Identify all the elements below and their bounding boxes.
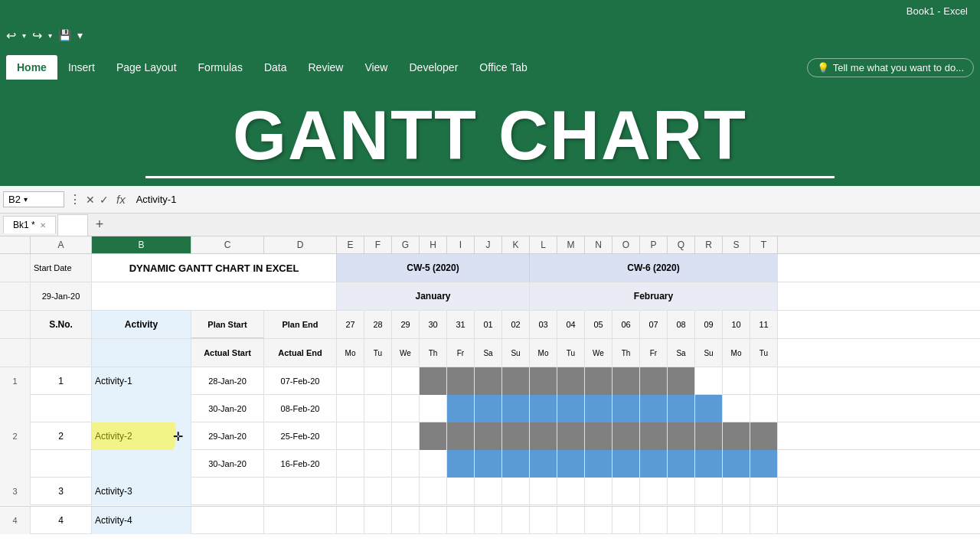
ga1-f xyxy=(364,395,392,422)
dotdotdot-icon[interactable]: ⋮ xyxy=(69,192,81,207)
plan-start-1[interactable]: 28-Jan-20 xyxy=(191,367,264,395)
day-28: 28 xyxy=(364,311,392,338)
col-header-b[interactable]: B xyxy=(92,236,191,253)
cell-sno-2b xyxy=(31,450,92,478)
tab-formulas[interactable]: Formulas xyxy=(188,55,253,80)
col-header-t[interactable]: T xyxy=(750,236,778,253)
header-plan-start: Plan Start xyxy=(191,311,264,338)
plan-end-1[interactable]: 07-Feb-20 xyxy=(264,367,337,395)
new-sheet-button[interactable]: + xyxy=(90,217,110,233)
g4-k xyxy=(502,507,530,534)
gantt-title-area: GANTT CHART xyxy=(0,86,980,186)
actual-start-1[interactable]: 30-Jan-20 xyxy=(191,395,264,422)
plan-start-2[interactable]: 29-Jan-20 xyxy=(191,422,264,450)
col-header-a[interactable]: A xyxy=(31,236,92,253)
col-header-i[interactable]: I xyxy=(447,236,475,253)
confirm-icon[interactable]: ✓ xyxy=(100,194,109,206)
sheet-tab-bk1[interactable]: Bk1 * ✕ xyxy=(3,216,56,233)
cell-a1[interactable]: Start Date xyxy=(31,254,92,282)
col-header-l[interactable]: L xyxy=(530,236,557,253)
tab-view[interactable]: View xyxy=(354,55,398,80)
cell-sno-3[interactable]: 3 xyxy=(31,478,92,505)
more-options-icon[interactable]: ▾ xyxy=(77,29,83,41)
g1-g xyxy=(392,367,420,395)
g3-o xyxy=(612,478,640,505)
cw6-header: CW-6 (2020) xyxy=(530,254,778,282)
formula-content[interactable]: Activity-1 xyxy=(133,192,977,207)
title-bar: Book1 - Excel xyxy=(0,0,980,21)
g4-r xyxy=(695,507,723,534)
month-jan: January xyxy=(337,282,530,310)
col-header-r[interactable]: R xyxy=(695,236,723,253)
tab-developer[interactable]: Developer xyxy=(398,55,469,80)
g4-o xyxy=(612,507,640,534)
row-num-4: 4 xyxy=(0,507,31,534)
dayname-mo1: Mo xyxy=(337,339,364,367)
ga1-r xyxy=(695,395,723,422)
g1-k xyxy=(502,367,530,395)
cell-activity-1[interactable]: Activity-1 xyxy=(92,367,191,395)
col-header-f[interactable]: F xyxy=(364,236,392,253)
g4-i xyxy=(447,507,475,534)
col-header-o[interactable]: O xyxy=(612,236,640,253)
row-num xyxy=(0,339,31,367)
g2-h xyxy=(420,422,447,450)
col-header-k[interactable]: K xyxy=(502,236,530,253)
cell-activity-4[interactable]: Activity-4 xyxy=(92,507,191,534)
cell-activity-2[interactable]: Activity-2 ✛ xyxy=(92,422,191,450)
col-header-s[interactable]: S xyxy=(723,236,750,253)
actual-start-2[interactable]: 30-Jan-20 xyxy=(191,450,264,478)
dayname-tu3: Tu xyxy=(750,339,778,367)
cancel-icon[interactable]: ✕ xyxy=(86,194,95,206)
sheet-tab-blank[interactable] xyxy=(57,214,88,236)
day-05: 05 xyxy=(585,311,612,338)
tab-page-layout[interactable]: Page Layout xyxy=(106,55,188,80)
tell-me-box[interactable]: 💡 Tell me what you want to do... xyxy=(807,58,974,77)
sheet-close-icon[interactable]: ✕ xyxy=(40,221,46,230)
day-04: 04 xyxy=(557,311,585,338)
cell-sno-1[interactable]: 1 xyxy=(31,367,92,395)
g3-p xyxy=(640,478,668,505)
cell-sno-2[interactable]: 2 xyxy=(31,422,92,450)
plan-start-4[interactable] xyxy=(191,507,264,534)
plan-start-3[interactable] xyxy=(191,478,264,505)
plan-end-3[interactable] xyxy=(264,478,337,505)
dayname-fr2: Fr xyxy=(640,339,668,367)
col-header-g[interactable]: G xyxy=(392,236,420,253)
plan-end-4[interactable] xyxy=(264,507,337,534)
redo-dropdown[interactable]: ▾ xyxy=(48,31,52,40)
tab-insert[interactable]: Insert xyxy=(57,55,106,80)
col-header-p[interactable]: P xyxy=(640,236,668,253)
gantt-title-underline xyxy=(145,176,835,178)
cell-activity-3[interactable]: Activity-3 xyxy=(92,478,191,505)
col-header-c[interactable]: C xyxy=(191,236,264,253)
actual-end-2[interactable]: 16-Feb-20 xyxy=(264,450,337,478)
cell-sno-4[interactable]: 4 xyxy=(31,507,92,534)
col-header-d[interactable]: D xyxy=(264,236,337,253)
cell-name-dropdown[interactable]: ▾ xyxy=(24,195,28,204)
ga2-l xyxy=(530,450,557,478)
actual-end-1[interactable]: 08-Feb-20 xyxy=(264,395,337,422)
ga1-k xyxy=(502,395,530,422)
redo-icon[interactable]: ↪ xyxy=(32,28,42,43)
col-header-q[interactable]: Q xyxy=(668,236,695,253)
row-num-2: 2 xyxy=(0,422,31,450)
undo-icon[interactable]: ↩ xyxy=(6,28,16,43)
col-header-h[interactable]: H xyxy=(420,236,447,253)
cell-name-box[interactable]: B2 ▾ xyxy=(3,191,64,207)
day-01: 01 xyxy=(475,311,502,338)
col-header-e[interactable]: E xyxy=(337,236,364,253)
col-header-n[interactable]: N xyxy=(585,236,612,253)
tab-home[interactable]: Home xyxy=(6,55,57,80)
undo-dropdown[interactable]: ▾ xyxy=(22,31,26,40)
dayname-su1: Su xyxy=(502,339,530,367)
col-header-j[interactable]: J xyxy=(475,236,502,253)
ga1-p xyxy=(640,395,668,422)
save-icon[interactable]: 💾 xyxy=(58,29,71,41)
ga2-k xyxy=(502,450,530,478)
col-header-m[interactable]: M xyxy=(557,236,585,253)
tab-review[interactable]: Review xyxy=(297,55,354,80)
tab-data[interactable]: Data xyxy=(253,55,298,80)
tab-office-tab[interactable]: Office Tab xyxy=(469,55,538,80)
plan-end-2[interactable]: 25-Feb-20 xyxy=(264,422,337,450)
